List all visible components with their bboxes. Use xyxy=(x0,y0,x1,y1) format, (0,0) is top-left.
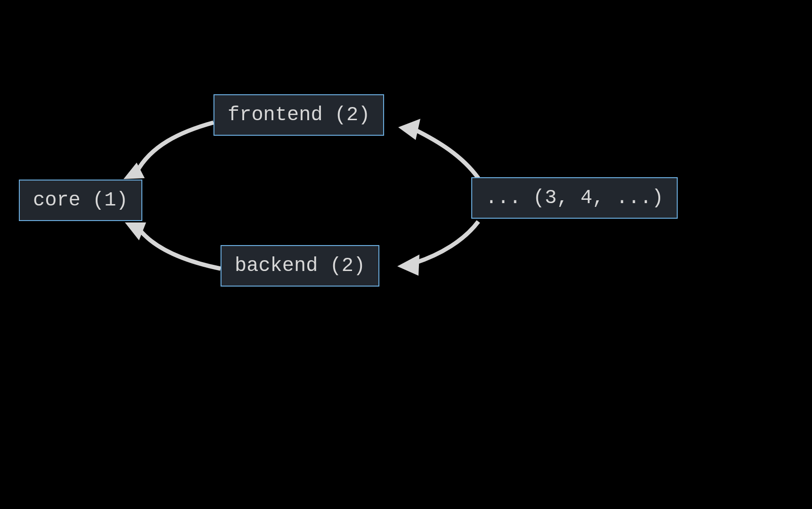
arrowhead-icon xyxy=(123,163,145,179)
edge-frontend-to-core xyxy=(137,123,213,172)
node-frontend: frontend (2) xyxy=(213,94,384,136)
node-label: frontend (2) xyxy=(228,104,370,126)
node-label: core (1) xyxy=(33,189,128,212)
edge-more-to-frontend xyxy=(415,130,478,178)
node-label: backend (2) xyxy=(235,254,365,277)
arrowhead-icon xyxy=(397,254,419,276)
node-core: core (1) xyxy=(19,180,142,221)
edge-backend-to-core xyxy=(139,229,221,269)
edge-more-to-backend xyxy=(415,222,478,263)
node-label: ... (3, 4, ...) xyxy=(485,187,664,209)
dependency-diagram: core (1) frontend (2) backend (2) ... (3… xyxy=(0,0,812,509)
diagram-edges xyxy=(0,0,812,509)
node-more: ... (3, 4, ...) xyxy=(471,177,678,219)
node-backend: backend (2) xyxy=(221,245,379,287)
arrowhead-icon xyxy=(125,222,146,240)
arrowhead-icon xyxy=(398,119,420,140)
